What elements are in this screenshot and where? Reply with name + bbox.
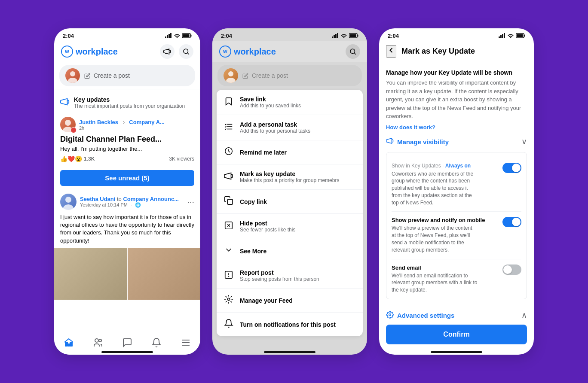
add-task-text: Add a personal task Add this to your per… bbox=[240, 121, 310, 134]
wifi-icon-3 bbox=[507, 33, 514, 39]
svg-point-9 bbox=[70, 71, 75, 76]
create-post-bar-1[interactable]: Create a post bbox=[59, 65, 195, 86]
svg-rect-15 bbox=[65, 342, 68, 347]
intro-body: You can improve the visibility of import… bbox=[386, 79, 527, 121]
menu-save-link[interactable]: Save link Add this to you saved links bbox=[217, 90, 363, 115]
workplace-logo-2: w workplace bbox=[219, 46, 276, 58]
post-time-1: 2h bbox=[79, 125, 194, 131]
post2-more-btn[interactable]: ··· bbox=[187, 197, 194, 207]
nav-bell[interactable] bbox=[151, 337, 162, 348]
key-update-icon bbox=[224, 171, 234, 183]
megaphone-btn[interactable] bbox=[160, 44, 175, 59]
visibility-box: Show in Key Updates · Always on Coworker… bbox=[386, 152, 527, 300]
svg-rect-2 bbox=[168, 34, 170, 38]
post2-container: Seetha Udani to Company Announc... Yeste… bbox=[54, 190, 200, 300]
menu-key-update[interactable]: Mark as key update Make this post a prio… bbox=[217, 164, 363, 190]
send-email-row: Send email We'll send an email notificat… bbox=[392, 259, 521, 294]
nav-home[interactable] bbox=[64, 337, 74, 348]
manage-feed-text: Manage your Feed bbox=[240, 297, 293, 304]
battery-icon-3 bbox=[516, 33, 525, 39]
svg-line-8 bbox=[187, 53, 189, 54]
post-header-1: Justin Beckles Company A... 2h bbox=[60, 117, 194, 132]
confirm-btn[interactable]: Confirm bbox=[386, 325, 527, 344]
show-preview-row: Show preview and notify on mobile We'll … bbox=[392, 212, 521, 259]
w-logo-icon-2: w bbox=[219, 46, 231, 58]
manage-visibility-section: Manage visibility ∨ Show in Key Updates … bbox=[386, 137, 527, 325]
menu-hide-post[interactable]: Hide post See fewer posts like this bbox=[217, 214, 363, 239]
remind-text: Remind me later bbox=[240, 149, 287, 156]
svg-point-53 bbox=[389, 313, 391, 316]
show-in-key-updates-row: Show in Key Updates · Always on Coworker… bbox=[392, 158, 521, 212]
battery-icon bbox=[182, 33, 192, 39]
phone-2: 2:04 w workplace Create a p bbox=[212, 28, 367, 355]
menu-copy-link[interactable]: Copy link bbox=[217, 190, 363, 214]
toggle-send-email[interactable] bbox=[502, 264, 521, 275]
menu-notifications[interactable]: Turn on notifications for this post bbox=[217, 313, 363, 336]
menu-see-more[interactable]: See More bbox=[217, 239, 363, 263]
svg-rect-46 bbox=[499, 36, 500, 38]
svg-point-30 bbox=[350, 49, 355, 54]
svg-rect-51 bbox=[524, 34, 525, 36]
svg-rect-49 bbox=[504, 33, 505, 38]
app-header-1: w workplace bbox=[54, 41, 200, 62]
post2-header: Seetha Udani to Company Announc... Yeste… bbox=[54, 190, 200, 212]
svg-rect-5 bbox=[191, 34, 192, 36]
svg-point-14 bbox=[63, 204, 74, 210]
svg-point-7 bbox=[184, 49, 188, 54]
workplace-text-2: workplace bbox=[234, 47, 276, 57]
phone3-title: Mark as Key Update bbox=[401, 47, 475, 56]
post-avatar-badge bbox=[70, 127, 77, 133]
svg-rect-48 bbox=[502, 34, 503, 38]
post-excerpt-1: Hey all, I'm putting together the... bbox=[60, 146, 194, 152]
back-button[interactable] bbox=[386, 45, 396, 58]
search-btn-2[interactable] bbox=[346, 44, 360, 59]
section-title-row: Manage visibility ∨ bbox=[386, 137, 527, 147]
wifi-icon bbox=[174, 33, 181, 39]
svg-rect-3 bbox=[170, 33, 172, 38]
manage-feed-icon bbox=[224, 295, 234, 306]
svg-line-31 bbox=[354, 53, 355, 54]
time-1: 2:04 bbox=[63, 33, 74, 39]
svg-rect-26 bbox=[337, 33, 338, 38]
w-logo-icon: w bbox=[61, 46, 73, 58]
post-reactions-1: 👍 ❤️ 😮 1.3K 3K viewers bbox=[60, 155, 194, 162]
reaction-emojis: 👍 ❤️ 😮 bbox=[60, 155, 82, 162]
svg-point-19 bbox=[99, 339, 101, 342]
nav-people[interactable] bbox=[93, 337, 103, 348]
status-bar-3: 2:04 bbox=[379, 28, 534, 41]
toggle-show-in-key[interactable] bbox=[502, 163, 521, 173]
post-card-1: Justin Beckles Company A... 2h Digital C… bbox=[54, 113, 200, 166]
svg-point-10 bbox=[68, 78, 77, 83]
reaction-count: 1.3K bbox=[84, 156, 95, 162]
toggle-knob-2 bbox=[512, 218, 521, 226]
nav-menu[interactable] bbox=[181, 337, 191, 348]
menu-report-post[interactable]: Report post Stop seeing posts from this … bbox=[217, 263, 363, 289]
heart-emoji: ❤️ bbox=[67, 155, 75, 162]
add-task-icon bbox=[224, 122, 234, 134]
toggle-show-preview[interactable] bbox=[502, 217, 521, 227]
svg-rect-23 bbox=[332, 36, 333, 38]
svg-rect-6 bbox=[183, 34, 190, 37]
like-emoji: 👍 bbox=[60, 155, 67, 162]
svg-point-45 bbox=[227, 298, 230, 301]
search-btn-1[interactable] bbox=[179, 44, 193, 59]
post2-avatar bbox=[60, 194, 77, 210]
nav-chat[interactable] bbox=[122, 337, 132, 348]
user-avatar-2 bbox=[224, 68, 238, 83]
battery-icon-2 bbox=[349, 33, 358, 39]
remind-icon bbox=[224, 146, 234, 158]
svg-rect-16 bbox=[68, 343, 70, 347]
divider-1 bbox=[54, 89, 200, 89]
show-preview-label: Show preview and notify on mobile We'll … bbox=[392, 217, 485, 253]
advanced-settings-row[interactable]: Advanced settings ∧ bbox=[386, 305, 527, 325]
user-avatar-1 bbox=[65, 68, 80, 83]
how-does-it-work-link[interactable]: How does it work? bbox=[386, 124, 435, 131]
menu-remind[interactable]: Remind me later bbox=[217, 140, 363, 164]
see-more-text: See More bbox=[240, 248, 266, 255]
svg-rect-28 bbox=[358, 34, 358, 36]
menu-add-task[interactable]: Add a personal task Add this to your per… bbox=[217, 115, 363, 140]
copy-link-text: Copy link bbox=[240, 198, 267, 205]
send-email-label: Send email We'll send an email notificat… bbox=[392, 264, 478, 294]
menu-manage-feed[interactable]: Manage your Feed bbox=[217, 289, 363, 313]
see-unread-btn[interactable]: See unread (5) bbox=[60, 170, 194, 186]
